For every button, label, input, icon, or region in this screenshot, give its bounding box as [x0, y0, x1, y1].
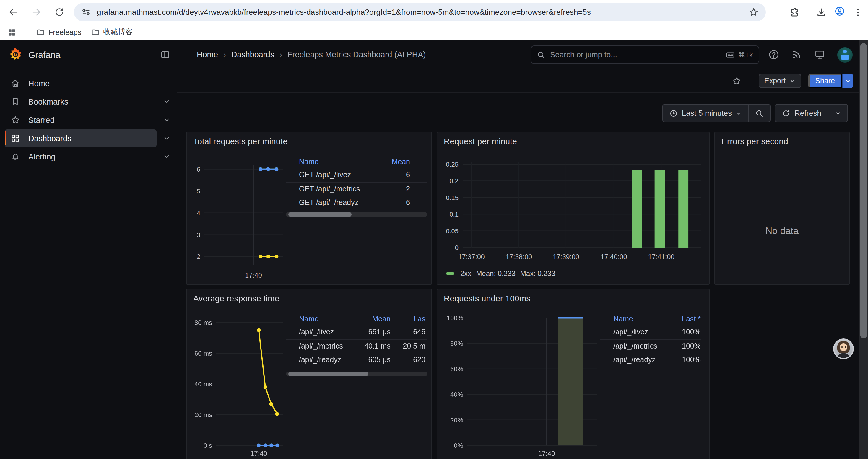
- url-bar[interactable]: grafana.mathmast.com/d/deytv4rwavabkb/fr…: [74, 3, 766, 21]
- legend-header-row[interactable]: NameLast *: [600, 313, 701, 326]
- site-settings-icon[interactable]: [81, 7, 91, 17]
- panel-total-requests-per-minute[interactable]: 6543217:40 Total requests per minute Nam…: [186, 132, 432, 285]
- zoom-out-time-button[interactable]: [748, 104, 770, 122]
- monitor-icon[interactable]: [814, 49, 826, 60]
- avatar-art: [838, 353, 849, 359]
- legend-row[interactable]: GET /api/_/metrics2: [286, 182, 427, 196]
- breadcrumb-home[interactable]: Home: [197, 50, 218, 59]
- refresh-button[interactable]: Refresh: [776, 104, 828, 122]
- legend-scrollbar[interactable]: [286, 212, 427, 217]
- reload-button[interactable]: [51, 4, 67, 21]
- panel-request-per-minute[interactable]: 0.250.20.150.10.05017:37:0017:38:0017:39…: [437, 132, 710, 285]
- sidebar-item-alerting[interactable]: Alerting: [5, 148, 157, 165]
- downloads-icon[interactable]: [816, 7, 827, 18]
- bookmark-folder-blogs[interactable]: 收藏博客: [86, 25, 137, 39]
- keyboard-icon: [725, 50, 735, 59]
- share-button[interactable]: Share: [808, 73, 842, 88]
- panel-errors-per-second[interactable]: Errors per second No data: [714, 132, 850, 285]
- legend-series-name[interactable]: /api/_/metrics: [299, 342, 355, 350]
- legend-row[interactable]: /api/_/livez100%: [600, 326, 701, 339]
- legend-series-name[interactable]: GET /api/_/livez: [299, 171, 373, 179]
- sidebar-item-home[interactable]: Home: [5, 74, 157, 92]
- panel-title[interactable]: Average response time: [193, 294, 279, 303]
- share-menu-button[interactable]: [842, 73, 853, 88]
- star-dashboard-icon[interactable]: [732, 76, 741, 85]
- legend-row[interactable]: /api/_/readyz605 µs620: [286, 353, 427, 367]
- breadcrumb-dashboards[interactable]: Dashboards: [231, 50, 275, 59]
- panel-title[interactable]: Request per minute: [444, 136, 517, 146]
- browser-toolbar: grafana.mathmast.com/d/deytv4rwavabkb/fr…: [0, 0, 868, 24]
- sidebar-item-label: Starred: [28, 116, 55, 124]
- panel-legend[interactable]: NameMeanGET /api/_/livez6GET /api/_/metr…: [286, 156, 427, 210]
- panel-average-response-time[interactable]: 80 ms60 ms40 ms20 ms0 s17:40 Average res…: [186, 289, 432, 459]
- legend-series-name[interactable]: /api/_/metrics: [613, 342, 665, 350]
- legend-header-row[interactable]: NameMean: [286, 156, 427, 168]
- breadcrumb: Home › Dashboards › Freeleaps Metrics Da…: [197, 40, 426, 69]
- time-range-picker[interactable]: Last 5 minutes: [663, 104, 748, 122]
- help-icon[interactable]: [768, 49, 779, 60]
- profile-button[interactable]: [834, 6, 845, 19]
- data-point: [275, 255, 279, 258]
- user-avatar[interactable]: [837, 47, 852, 62]
- data-point: [267, 167, 270, 171]
- sidebar-item-dashboards[interactable]: Dashboards: [5, 129, 157, 147]
- x-axis-tick: 17:37:00: [458, 253, 485, 261]
- chart-legend-footer[interactable]: 2xx Mean: 0.233 Max: 0.233: [446, 269, 555, 277]
- refresh-icon: [782, 109, 790, 117]
- profile-icon: [834, 6, 845, 16]
- extensions-icon[interactable]: [789, 7, 800, 18]
- legend-header-row[interactable]: NameMeanLas: [286, 313, 427, 326]
- legend-row[interactable]: /api/_/livez661 µs646: [286, 326, 427, 339]
- legend-series-name[interactable]: /api/_/livez: [613, 328, 665, 336]
- apps-grid-icon[interactable]: [7, 28, 17, 37]
- chevron-down-icon[interactable]: [163, 98, 170, 105]
- legend-row[interactable]: /api/_/metrics40.1 ms20.5 m: [286, 339, 427, 353]
- avatar-art: [840, 343, 847, 351]
- y-axis-tick: 0 s: [204, 442, 212, 449]
- breadcrumb-separator: ›: [223, 50, 226, 59]
- legend-series-name[interactable]: GET /api/_/metrics: [299, 185, 373, 193]
- legend-series-name[interactable]: /api/_/livez: [299, 328, 355, 336]
- chevron-down-icon: [845, 78, 851, 84]
- legend-row[interactable]: /api/_/readyz100%: [600, 353, 701, 367]
- legend-scrollbar[interactable]: [286, 371, 427, 376]
- url-text[interactable]: grafana.mathmast.com/d/deytv4rwavabkb/fr…: [97, 8, 743, 17]
- series-label[interactable]: 2xx: [460, 269, 471, 277]
- dashboards-grid-icon: [11, 133, 20, 143]
- search-input[interactable]: Search or jump to... ⌘+k: [531, 45, 759, 64]
- page-scrollbar-thumb[interactable]: [860, 43, 867, 338]
- legend-value: 2: [373, 185, 410, 193]
- legend-scrollbar-thumb[interactable]: [288, 212, 351, 217]
- news-rss-icon[interactable]: [791, 49, 802, 60]
- back-button[interactable]: [5, 4, 21, 21]
- header-actions: [768, 40, 852, 69]
- chevron-down-icon[interactable]: [163, 153, 170, 160]
- panel-title[interactable]: Errors per second: [721, 136, 788, 146]
- chevron-down-icon[interactable]: [163, 135, 170, 142]
- brand[interactable]: Grafana: [8, 40, 60, 69]
- panel-title[interactable]: Total requests per minute: [193, 136, 287, 146]
- floating-avatar-widget[interactable]: [833, 338, 854, 359]
- panel-requests-under-100ms[interactable]: 100%80%60%40%20%0%17:40 Requests under 1…: [437, 289, 710, 459]
- export-button[interactable]: Export: [758, 73, 801, 88]
- page-scrollbar[interactable]: [859, 40, 868, 459]
- legend-row[interactable]: /api/_/metrics100%: [600, 339, 701, 353]
- legend-scrollbar-thumb[interactable]: [288, 371, 368, 376]
- legend-series-name[interactable]: /api/_/readyz: [299, 356, 355, 364]
- dock-menu-icon[interactable]: [160, 50, 170, 60]
- legend-row[interactable]: GET /api/_/livez6: [286, 168, 427, 182]
- x-axis-tick: 17:40: [538, 450, 555, 458]
- chevron-down-icon[interactable]: [163, 117, 170, 124]
- sidebar-item-bookmarks[interactable]: Bookmarks: [5, 93, 157, 110]
- menu-icon[interactable]: [852, 7, 863, 18]
- legend-row[interactable]: GET /api/_/readyz6: [286, 196, 427, 210]
- panel-legend[interactable]: NameLast */api/_/livez100%/api/_/metrics…: [600, 313, 701, 367]
- refresh-interval-button[interactable]: [828, 104, 847, 122]
- sidebar-item-starred[interactable]: Starred: [5, 111, 157, 129]
- bookmark-folder-freeleaps[interactable]: Freeleaps: [31, 26, 86, 38]
- legend-series-name[interactable]: GET /api/_/readyz: [299, 199, 373, 207]
- panel-title[interactable]: Requests under 100ms: [444, 294, 531, 303]
- bookmark-page-star-icon[interactable]: [749, 7, 759, 17]
- legend-series-name[interactable]: /api/_/readyz: [613, 356, 665, 364]
- panel-legend[interactable]: NameMeanLas/api/_/livez661 µs646/api/_/m…: [286, 313, 427, 367]
